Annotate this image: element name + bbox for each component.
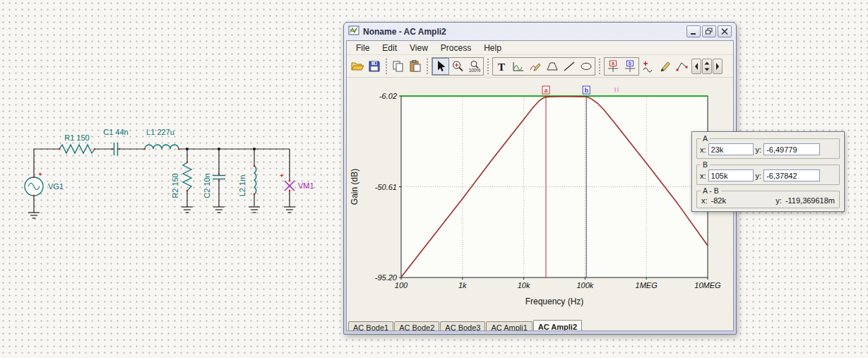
- cursor-a-x-label: x:: [700, 145, 706, 154]
- diff-y-value: -119,369618m: [785, 196, 835, 205]
- tina-diagram-window[interactable]: Noname - AC Ampli2 FileEditViewProcessHe…: [343, 22, 737, 335]
- x-tick-label: 1k: [458, 281, 467, 290]
- c1-label: C1 44n: [103, 128, 128, 136]
- cursor-a-group: A x: y:: [696, 138, 840, 159]
- r2-label: R2 150: [171, 173, 179, 198]
- voltmeter-vm1[interactable]: [285, 181, 295, 191]
- diff-y-label: y:: [775, 196, 782, 205]
- waveform-tool-button[interactable]: [510, 58, 527, 75]
- annotate-tool-button[interactable]: [527, 58, 544, 75]
- c2-label: C2 10n: [203, 173, 211, 198]
- cursor-b-group: B x: y:: [696, 165, 840, 185]
- scroll-right-button[interactable]: [713, 59, 723, 74]
- zoom-100-button[interactable]: 100%: [466, 58, 483, 75]
- x-tick-label: 10MEG: [694, 281, 721, 290]
- vm1-label: VM1: [298, 181, 314, 190]
- tab-strip: AC Bode1AC Bode2AC Bode3AC Ampli1AC Ampl…: [348, 319, 583, 331]
- cursor-b-x-label: x:: [700, 172, 706, 180]
- diff-x-label: x:: [701, 196, 708, 205]
- resistor-r2[interactable]: [183, 162, 191, 191]
- cursor-b-y-input[interactable]: [763, 169, 820, 181]
- bode-plot[interactable]: 1001k10k100k1MEG10MEG-6.02-50.61-95.20ab…: [347, 78, 734, 319]
- vg1-label: VG1: [48, 182, 64, 191]
- y-tick-label: -6.02: [379, 92, 397, 100]
- cursor-b-group-label: B: [701, 160, 710, 169]
- tab-ac-bode1[interactable]: AC Bode1: [348, 321, 393, 331]
- tab-ac-bode3[interactable]: AC Bode3: [440, 321, 485, 331]
- cursor-values-panel[interactable]: A x: y: B x: y: A - B x: -82k y: -119,36…: [691, 131, 845, 212]
- vm1-plus-sign: +: [280, 172, 283, 179]
- r1-label: R1 150: [64, 133, 89, 142]
- paste-button[interactable]: [407, 58, 424, 75]
- menu-file[interactable]: File: [350, 42, 376, 54]
- tab-ac-ampli1[interactable]: AC Ampli1: [486, 321, 532, 331]
- cursor-b-icon-label: b: [629, 61, 631, 66]
- pen-tool-button[interactable]: [657, 58, 674, 75]
- text-tool-button[interactable]: T: [493, 58, 510, 75]
- save-button[interactable]: [366, 58, 383, 75]
- pointer-zoom-group: 100%: [432, 57, 484, 76]
- toolbar-separator: [599, 59, 600, 74]
- close-button[interactable]: [718, 25, 732, 37]
- cursor-b-x-input[interactable]: [708, 169, 754, 181]
- x-tick-label: 100: [395, 281, 408, 290]
- inductor-l1[interactable]: [145, 145, 179, 149]
- cursor-a-y-label: y:: [756, 145, 762, 154]
- tab-ac-bode2[interactable]: AC Bode2: [394, 321, 439, 331]
- trapezoid-tool-button[interactable]: [544, 58, 561, 75]
- cursor-b-flag-label: b: [584, 87, 588, 94]
- add-curve-button[interactable]: [640, 58, 657, 75]
- zoom-100-label: 100%: [469, 68, 481, 73]
- menu-edit[interactable]: Edit: [376, 42, 403, 54]
- window-title: Noname - AC Ampli2: [363, 27, 683, 37]
- text-tool-label: T: [498, 61, 505, 72]
- cursor-b-y-label: y:: [756, 172, 762, 180]
- window-client-area: FileEditViewProcessHelp: [346, 40, 734, 331]
- vg1-plus-sign: +: [38, 171, 42, 178]
- capacitor-c1[interactable]: [114, 143, 118, 155]
- toolbar-separator: [487, 59, 489, 74]
- cursor-a-button[interactable]: a: [605, 58, 622, 75]
- cursor-a-x-input[interactable]: [708, 143, 754, 155]
- copy-button[interactable]: [390, 58, 407, 75]
- ellipse-tool-button[interactable]: [578, 58, 595, 75]
- diff-x-value: -82k: [711, 196, 726, 205]
- terminal-pins: [33, 148, 291, 197]
- cursor-b-button[interactable]: b: [622, 58, 638, 75]
- line-tool-button[interactable]: [561, 58, 578, 75]
- inductor-l2[interactable]: [254, 166, 256, 194]
- cursor-a-y-input[interactable]: [763, 143, 820, 155]
- restore-button[interactable]: [702, 25, 716, 37]
- minimize-button[interactable]: [686, 25, 701, 37]
- scroll-left-button[interactable]: [691, 59, 701, 74]
- x-axis-title: Frequency (Hz): [525, 297, 584, 306]
- ground-symbols[interactable]: [28, 207, 295, 218]
- toolbar-separator: [427, 59, 428, 74]
- tab-ac-ampli2[interactable]: AC Ampli2: [533, 320, 582, 331]
- y-axis-title: Gain (dB): [350, 169, 359, 205]
- draw-tools-group: T: [492, 57, 595, 76]
- capacitor-c2[interactable]: [213, 176, 225, 179]
- resistor-r1[interactable]: [59, 145, 95, 153]
- zoom-in-button[interactable]: [449, 58, 466, 75]
- menu-process[interactable]: Process: [434, 42, 477, 54]
- l1-label: L1 227u: [146, 128, 174, 136]
- pointer-tool-button[interactable]: [432, 58, 449, 75]
- cursor-a-icon-label: a: [612, 61, 614, 66]
- cursor-diff-group: A - B x: -82k y: -119,369618m: [696, 191, 840, 208]
- x-tick-label: 1MEG: [636, 281, 658, 290]
- cursor-diff-group-label: A - B: [701, 186, 721, 195]
- toolbar: 100% T: [347, 55, 733, 78]
- x-tick-label: 10k: [518, 281, 530, 290]
- menu-help[interactable]: Help: [477, 42, 508, 54]
- segment-tool-button[interactable]: [674, 58, 691, 75]
- toolbar-separator: [386, 59, 387, 74]
- wires[interactable]: [34, 149, 290, 213]
- open-button[interactable]: [349, 58, 366, 75]
- voltage-generator-vg1[interactable]: [25, 177, 43, 196]
- schematic-canvas[interactable]: + VG1 R1 150 C1 44n L1 227u R2 150 C2 10…: [14, 124, 325, 244]
- menu-view[interactable]: View: [403, 42, 434, 54]
- l2-label: L2 1m: [238, 175, 246, 197]
- interval-spinner[interactable]: [702, 59, 712, 74]
- window-titlebar[interactable]: Noname - AC Ampli2: [346, 23, 734, 40]
